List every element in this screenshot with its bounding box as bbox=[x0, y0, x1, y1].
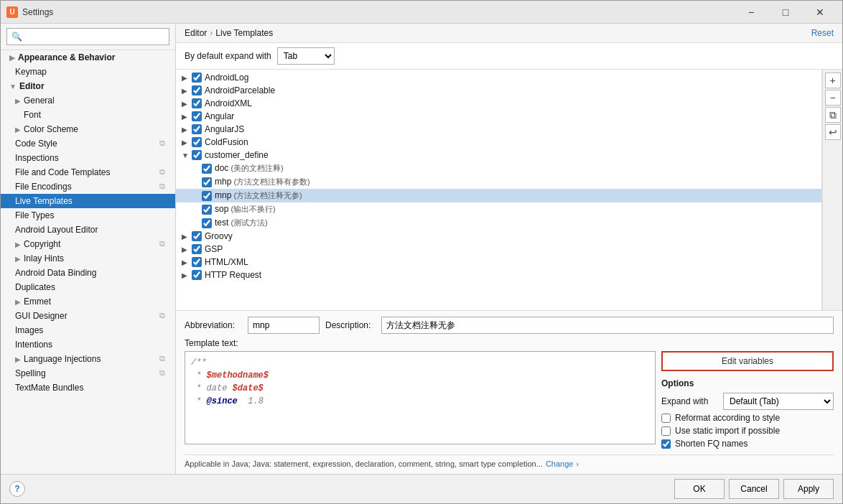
cancel-button[interactable]: Cancel bbox=[729, 479, 779, 499]
collapse-icon: ▶ bbox=[182, 271, 190, 279]
tree-label-test: test (测试方法) bbox=[215, 218, 268, 228]
abbreviation-input[interactable] bbox=[248, 317, 320, 334]
arrow-icon: ▶ bbox=[15, 298, 21, 306]
template-line-3: * date $date$ bbox=[191, 382, 649, 395]
remove-button[interactable]: − bbox=[825, 90, 841, 106]
sidebar-item-duplicates[interactable]: Duplicates bbox=[1, 280, 175, 294]
sidebar-item-intentions[interactable]: Intentions bbox=[1, 337, 175, 352]
tree-item-angularjs[interactable]: ▶ AngularJS bbox=[176, 123, 821, 136]
sidebar-item-emmet[interactable]: ▶ Emmet bbox=[1, 294, 175, 309]
tree-item-gsp[interactable]: ▶ GSP bbox=[176, 243, 821, 256]
tree-item-test[interactable]: test (测试方法) bbox=[176, 216, 821, 230]
undo-button[interactable]: ↩ bbox=[825, 124, 841, 140]
tree-checkbox-gsp[interactable] bbox=[192, 244, 202, 254]
tree-label-doc: doc (美的文档注释) bbox=[215, 163, 284, 174]
tree-item-angular[interactable]: ▶ Angular bbox=[176, 110, 821, 123]
sidebar-item-file-types[interactable]: File Types bbox=[1, 208, 175, 223]
description-input[interactable] bbox=[381, 317, 834, 334]
help-button[interactable]: ? bbox=[9, 481, 25, 497]
tree-item-httprequest[interactable]: ▶ HTTP Request bbox=[176, 269, 821, 281]
search-input[interactable] bbox=[6, 28, 169, 45]
sidebar-item-images[interactable]: Images bbox=[1, 323, 175, 337]
sidebar-item-keymap[interactable]: Keymap bbox=[1, 65, 175, 79]
tree-item-androidlog[interactable]: ▶ AndroidLog bbox=[176, 71, 821, 84]
sidebar-item-file-encodings[interactable]: File Encodings ⧉ bbox=[1, 179, 175, 194]
expand-with-select[interactable]: Default (Tab) Enter Space Tab bbox=[723, 393, 834, 410]
static-import-checkbox[interactable] bbox=[661, 426, 671, 436]
tree-checkbox-htmlxml[interactable] bbox=[192, 257, 202, 267]
sidebar-item-appearance[interactable]: ▶ Appearance & Behavior bbox=[1, 50, 175, 65]
expand-with-label: Expand with bbox=[661, 396, 719, 406]
change-link[interactable]: Change bbox=[546, 459, 574, 468]
sidebar-item-inlay-hints[interactable]: ▶ Inlay Hints bbox=[1, 251, 175, 266]
sidebar-item-color-scheme[interactable]: ▶ Color Scheme bbox=[1, 122, 175, 136]
sidebar-item-code-style[interactable]: Code Style ⧉ bbox=[1, 136, 175, 151]
tree-item-customer-define[interactable]: ▼ customer_define bbox=[176, 149, 821, 162]
collapse-icon: ▶ bbox=[182, 233, 190, 241]
copy-icon: ⧉ bbox=[159, 182, 169, 192]
tree-checkbox-mnp[interactable] bbox=[202, 191, 212, 201]
expand-with-row: Expand with Default (Tab) Enter Space Ta… bbox=[661, 393, 834, 410]
tree-checkbox-doc[interactable] bbox=[202, 164, 212, 174]
title-bar: U Settings − □ ✕ bbox=[1, 1, 842, 24]
sidebar-item-language-injections[interactable]: ▶ Language Injections ⧉ bbox=[1, 352, 175, 366]
tree-checkbox-androidparcelable[interactable] bbox=[192, 85, 202, 95]
reformat-checkbox[interactable] bbox=[661, 414, 671, 423]
sidebar-item-spelling[interactable]: Spelling ⧉ bbox=[1, 366, 175, 381]
tree-checkbox-test[interactable] bbox=[202, 218, 212, 228]
add-button[interactable]: + bbox=[825, 73, 841, 88]
tree-item-androidxml[interactable]: ▶ AndroidXML bbox=[176, 97, 821, 110]
tree-checkbox-androidxml[interactable] bbox=[192, 98, 202, 108]
tree-checkbox-angular[interactable] bbox=[192, 111, 202, 121]
tree-item-htmlxml[interactable]: ▶ HTML/XML bbox=[176, 256, 821, 269]
sidebar-item-editor[interactable]: ▼ Editor bbox=[1, 79, 175, 93]
window-title: Settings bbox=[22, 7, 735, 17]
tree-item-mhp[interactable]: mhp (方法文档注释有参数) bbox=[176, 175, 821, 189]
tree-checkbox-httprequest[interactable] bbox=[192, 270, 202, 280]
tree-checkbox-angularjs[interactable] bbox=[192, 124, 202, 134]
tree-checkbox-androidlog[interactable] bbox=[192, 73, 202, 83]
tree-item-sop[interactable]: sop (输出不换行) bbox=[176, 202, 821, 216]
reset-link[interactable]: Reset bbox=[811, 28, 834, 38]
sidebar-item-inspections[interactable]: Inspections bbox=[1, 151, 175, 165]
settings-window: U Settings − □ ✕ ▶ Appearance & Behavior… bbox=[0, 0, 843, 504]
sidebar-item-file-code-templates[interactable]: File and Code Templates ⧉ bbox=[1, 165, 175, 179]
template-list-inner: ▶ AndroidLog ▶ AndroidParcelable ▶ bbox=[176, 70, 821, 283]
maximize-button[interactable]: □ bbox=[769, 2, 802, 22]
minimize-button[interactable]: − bbox=[735, 2, 768, 22]
tree-checkbox-mhp[interactable] bbox=[202, 177, 212, 187]
arrow-icon: ▶ bbox=[15, 126, 21, 134]
tree-item-groovy[interactable]: ▶ Groovy bbox=[176, 230, 821, 243]
sidebar-item-copyright[interactable]: ▶ Copyright ⧉ bbox=[1, 237, 175, 251]
tree-item-coldfusion[interactable]: ▶ ColdFusion bbox=[176, 136, 821, 149]
apply-button[interactable]: Apply bbox=[783, 479, 834, 499]
reformat-label: Reformat according to style bbox=[675, 413, 780, 423]
tree-label-androidparcelable: AndroidParcelable bbox=[205, 85, 275, 95]
tree-checkbox-coldfusion[interactable] bbox=[192, 137, 202, 147]
sidebar-item-android-layout-editor[interactable]: Android Layout Editor bbox=[1, 223, 175, 237]
tree-checkbox-customer-define[interactable] bbox=[192, 150, 202, 160]
tree-item-mnp[interactable]: mnp (方法文档注释无参) bbox=[176, 189, 821, 202]
sidebar-item-font[interactable]: Font bbox=[1, 108, 175, 122]
sidebar-item-textmate-bundles[interactable]: TextMate Bundles bbox=[1, 381, 175, 395]
sidebar-item-live-templates[interactable]: Live Templates bbox=[1, 194, 175, 208]
expand-select[interactable]: Tab Enter Space bbox=[277, 47, 335, 65]
sidebar-item-gui-designer[interactable]: GUI Designer ⧉ bbox=[1, 309, 175, 323]
shorten-fq-checkbox[interactable] bbox=[661, 439, 671, 449]
template-editor[interactable]: /** * $methodname$ * date $date$ * @sinc… bbox=[185, 351, 656, 444]
main-content: ▶ Appearance & Behavior Keymap ▼ Editor … bbox=[1, 24, 842, 474]
tree-checkbox-sop[interactable] bbox=[202, 205, 212, 215]
sidebar-item-general[interactable]: ▶ General bbox=[1, 93, 175, 108]
collapse-icon: ▶ bbox=[182, 87, 190, 95]
sidebar: ▶ Appearance & Behavior Keymap ▼ Editor … bbox=[1, 24, 176, 474]
tree-checkbox-groovy[interactable] bbox=[192, 231, 202, 241]
copy-button[interactable]: ⧉ bbox=[825, 107, 841, 123]
tree-item-androidparcelable[interactable]: ▶ AndroidParcelable bbox=[176, 84, 821, 97]
tree-item-doc[interactable]: doc (美的文档注释) bbox=[176, 162, 821, 175]
close-button[interactable]: ✕ bbox=[804, 2, 837, 22]
template-line-4: * @since 1.8 bbox=[191, 395, 649, 408]
edit-variables-button[interactable]: Edit variables bbox=[661, 351, 834, 371]
sidebar-item-android-data-binding[interactable]: Android Data Binding bbox=[1, 266, 175, 280]
dialog-footer: ? OK Cancel Apply bbox=[1, 474, 842, 503]
ok-button[interactable]: OK bbox=[674, 479, 725, 499]
